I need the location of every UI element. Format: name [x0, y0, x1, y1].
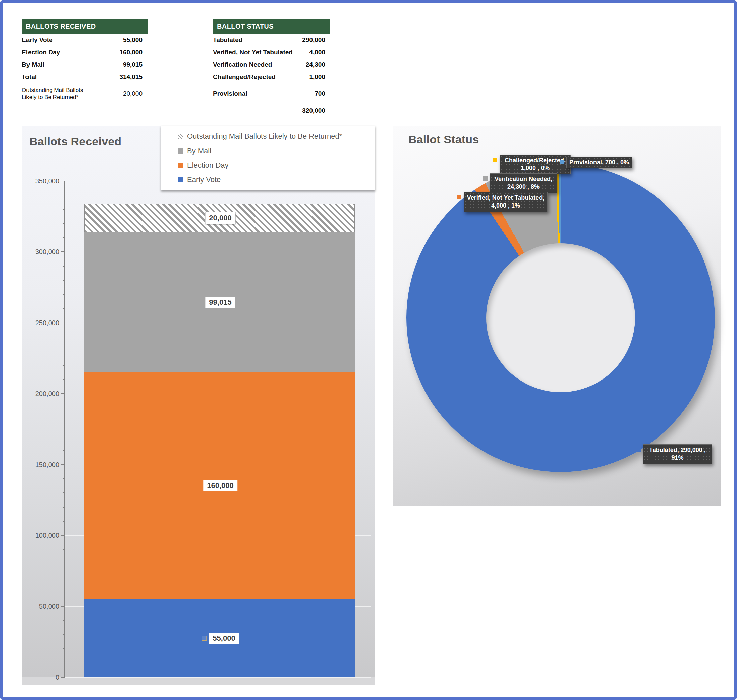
y-axis-tick-label: 250,000 [26, 319, 59, 326]
provisional-label: Provisional, 700 , 0% [566, 157, 632, 168]
axis-major-tick [61, 181, 65, 181]
y-axis-tick-label: 150,000 [26, 460, 59, 468]
challenged-rejected-label: Challenged/Rejected, 1,000 , 0% [500, 154, 571, 174]
hatched-swatch-icon [178, 134, 184, 139]
data-label-election-day: 160,000 [203, 480, 237, 491]
ballots-received-chart[interactable]: Ballots Received Outstanding Mail Ballot… [22, 126, 375, 685]
row-label: Verified, Not Yet Tabulated [213, 49, 296, 56]
data-label-value: 20,000 [205, 212, 235, 224]
row-label: By Mail [22, 61, 47, 68]
row-value: 160,000 [119, 49, 147, 56]
verified-not-tabulated-marker-icon [457, 195, 461, 200]
table-total-row[interactable]: 320,000 [213, 104, 330, 117]
data-label-value: 160,000 [203, 480, 237, 491]
verified-not-tabulated-label: Verified, Not Yet Tabulated, 4,000 , 1% [464, 192, 547, 212]
axis-major-tick [61, 322, 65, 323]
chart-legend[interactable]: Outstanding Mail Ballots Likely to Be Re… [161, 126, 375, 190]
row-value: 55,000 [123, 36, 147, 44]
legend-item-early-vote[interactable]: Early Vote [178, 175, 375, 184]
tabulated-label: Tabulated, 290,000 , 91% [643, 444, 712, 464]
gray-swatch-icon [178, 148, 184, 153]
y-axis-line [65, 181, 65, 678]
y-axis-tick-label: 100,000 [26, 532, 59, 540]
tabulated-marker-icon [636, 447, 641, 451]
legend-label: Election Day [187, 161, 229, 170]
legend-label: Early Vote [187, 175, 221, 184]
data-label-by-mail: 99,015 [205, 297, 235, 308]
legend-item-by-mail[interactable]: By Mail [178, 147, 375, 155]
table-row[interactable]: Total 314,015 [22, 71, 147, 83]
row-label: Provisional [213, 90, 250, 97]
row-label: Election Day [22, 49, 63, 56]
bar-plot-area: 050,000100,000150,000200,000250,000300,0… [22, 126, 375, 685]
ballot-status-chart[interactable]: Ballot Status Challenged/Rejected, 1,000… [393, 126, 721, 506]
row-label: Verification Needed [213, 61, 275, 68]
row-value: 320,000 [302, 107, 330, 114]
row-value: 314,015 [119, 74, 147, 81]
chart-title: Ballot Status [408, 133, 479, 146]
axis-major-tick [61, 606, 65, 607]
data-label-value: 99,015 [205, 297, 235, 308]
table-row[interactable]: Provisional 700 [213, 83, 330, 104]
y-axis-tick-label: 350,000 [26, 177, 59, 185]
legend-key-icon [202, 635, 207, 641]
verification-needed-label: Verification Needed, 24,300 , 8% [490, 174, 557, 193]
row-value: 290,000 [302, 36, 330, 44]
row-label: Early Vote [22, 36, 55, 44]
row-value: 20,000 [123, 90, 147, 97]
y-axis-tick-label: 200,000 [26, 390, 59, 398]
y-axis-tick-label: 50,000 [26, 603, 59, 610]
ballots-received-table-header[interactable]: BALLOTS RECEIVED [22, 19, 147, 34]
legend-label: By Mail [187, 147, 211, 155]
table-row[interactable]: By Mail 99,015 [22, 58, 147, 71]
legend-label: Outstanding Mail Ballots Likely to Be Re… [187, 132, 342, 141]
row-value: 1,000 [309, 74, 330, 81]
row-value: 700 [315, 90, 330, 97]
table-row[interactable]: Verification Needed 24,300 [213, 58, 330, 71]
table-row[interactable]: Outstanding Mail Ballots Likely to Be Re… [22, 83, 147, 104]
row-label: Total [22, 74, 39, 81]
data-label-early-vote: 55,000 [202, 632, 239, 644]
axis-major-tick [61, 677, 65, 678]
gridline [65, 677, 371, 678]
provisional-marker-icon [560, 160, 564, 164]
row-value: 24,300 [306, 61, 330, 68]
challenged-rejected-marker-icon [493, 157, 497, 162]
ballot-status-table: BALLOT STATUS Tabulated 290,000 Verified… [213, 19, 330, 117]
ballot-status-table-header[interactable]: BALLOT STATUS [213, 19, 330, 34]
axis-major-tick [61, 393, 65, 394]
axis-major-tick [61, 535, 65, 536]
row-label: Challenged/Rejected [213, 74, 278, 81]
y-axis-tick-label: 0 [26, 674, 59, 681]
table-row[interactable]: Early Vote 55,000 [22, 34, 147, 46]
table-row[interactable]: Challenged/Rejected 1,000 [213, 71, 330, 83]
plot-base-strip [22, 677, 375, 685]
table-row[interactable]: Verified, Not Yet Tabulated 4,000 [213, 46, 330, 58]
axis-major-tick [61, 251, 65, 252]
axis-major-tick [61, 464, 65, 465]
table-row[interactable]: Election Day 160,000 [22, 46, 147, 58]
ballot-dashboard: BALLOTS RECEIVED Early Vote 55,000 Elect… [0, 0, 737, 700]
verification-needed-marker-icon [483, 176, 487, 181]
legend-item-election-day[interactable]: Election Day [178, 161, 375, 170]
blue-swatch-icon [178, 177, 184, 182]
row-label: Tabulated [213, 36, 245, 44]
donut-hole [486, 243, 635, 392]
row-value: 99,015 [123, 61, 147, 68]
y-axis-tick-label: 300,000 [26, 248, 59, 256]
legend-item-outstanding[interactable]: Outstanding Mail Ballots Likely to Be Re… [178, 132, 375, 141]
ballots-received-table: BALLOTS RECEIVED Early Vote 55,000 Elect… [22, 19, 147, 104]
row-value: 4,000 [309, 49, 330, 56]
orange-swatch-icon [178, 163, 184, 168]
row-label: Outstanding Mail Ballots Likely to Be Re… [22, 87, 97, 101]
data-label-value: 55,000 [209, 632, 239, 644]
data-label-outstanding-mail-ballots-likely-to-be-returned: 20,000 [205, 212, 235, 224]
table-row[interactable]: Tabulated 290,000 [213, 34, 330, 46]
